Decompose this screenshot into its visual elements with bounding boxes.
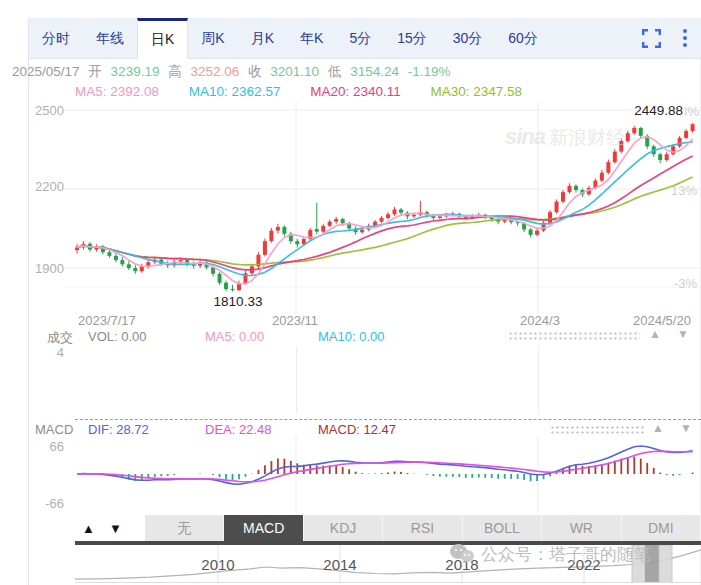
indicator-selector-bar: ▲ ▼ 无 MACD KDJ RSI BOLL WR DMI [75,515,701,541]
tab-5min[interactable]: 5分 [336,18,384,58]
xtick-2024-5-20: 2024/5/20 [626,313,698,328]
stock-chart-widget: 分时 年线 日K 周K 月K 年K 5分 15分 30分 60分 2025/05… [0,0,701,585]
high-label: 高 [168,64,182,79]
price-ytick-2500: 2500 [18,103,64,118]
tab-monthly-k[interactable]: 月K [238,18,287,58]
volume-gridline-1 [296,347,297,413]
indicator-tab-boll[interactable]: BOLL [463,515,542,541]
zoom-out-icon[interactable]: ▼ [677,327,689,341]
indicator-tab-kdj[interactable]: KDJ [304,515,383,541]
tab-weekly-k[interactable]: 周K [188,18,237,58]
wechat-watermark: 公众号：塔子哥的随笔 [450,543,651,566]
wechat-watermark-text: 公众号：塔子哥的随笔 [481,543,651,566]
price-ytick-2200: 2200 [18,179,64,194]
pct-tick-neg3: -3% [674,276,697,291]
indicator-tabs: 无 MACD KDJ RSI BOLL WR DMI [145,515,701,541]
xtick-2023-7-17: 2023/7/17 [78,313,136,328]
ma5-value: MA5: 2392.08 [75,84,159,99]
sina-logo: sina [505,124,545,149]
tabbar-spacer [551,18,634,58]
sina-watermark: sina新浪财经 [505,124,625,151]
tab-year-line[interactable]: 年线 [83,18,137,58]
macd-title: MACD [35,422,73,437]
period-tab-bar: 分时 年线 日K 周K 月K 年K 5分 15分 30分 60分 [28,18,701,59]
close-label: 收 [248,64,262,79]
wechat-icon [450,544,476,566]
ma30-value: MA30: 2347.58 [431,84,523,99]
low-label: 低 [328,64,342,79]
macd-dif-value: DIF: 28.72 [88,422,149,437]
change-percent: -1.19% [408,64,451,79]
close-value: 3201.10 [270,64,319,79]
price-ytick-1900: 1900 [18,261,64,276]
indicator-tab-dmi[interactable]: DMI [622,515,701,541]
macd-chart-canvas [28,436,701,514]
xtick-2024-3: 2024/3 [513,313,567,328]
tab-60min[interactable]: 60分 [495,18,551,58]
zoom-in-icon[interactable]: ▲ [649,327,661,341]
open-label: 开 [88,64,102,79]
max-price-annotation: 2449.88 [632,103,685,118]
indicator-up-icon[interactable]: ▲ [75,515,102,541]
tab-30min[interactable]: 30分 [440,18,496,58]
volume-ma5: MA5: 0.00 [205,329,264,344]
macd-pane-divider [75,419,701,420]
navigator-year-2014: 2014 [310,556,370,573]
tab-yearly-k[interactable]: 年K [287,18,336,58]
ma20-value: MA20: 2340.11 [310,84,401,99]
low-value: 3154.24 [350,64,399,79]
high-value: 3252.06 [190,64,239,79]
tab-daily-k[interactable]: 日K [137,18,188,59]
macd-expand-icon[interactable]: ▼ [680,421,692,435]
indicator-tab-wr[interactable]: WR [542,515,621,541]
macd-dea-value: DEA: 22.48 [205,422,272,437]
volume-ma10: MA10: 0.00 [318,329,385,344]
min-price-annotation: 1810.33 [205,294,271,309]
volume-ytick: 4 [18,345,64,360]
kebab-menu-icon[interactable] [668,18,701,58]
tab-15min[interactable]: 15分 [384,18,440,58]
macd-collapse-icon[interactable]: ▲ [652,421,664,435]
volume-value: VOL: 0.00 [88,329,147,344]
fullscreen-icon[interactable] [634,18,668,58]
xtick-2023-11: 2023/11 [265,313,325,328]
date-value: 2025/05/17 [12,64,80,79]
ohlc-info-row: 2025/05/17 开 3239.19 高 3252.06 收 3201.10… [12,63,456,81]
macd-dotted-strip [550,425,645,434]
macd-macd-value: MACD: 12.47 [318,422,396,437]
indicator-tab-macd[interactable]: MACD [224,515,303,541]
indicator-tab-rsi[interactable]: RSI [383,515,462,541]
open-value: 3239.19 [111,64,160,79]
volume-gridline-2 [538,347,539,413]
zoom-dotted-strip [508,331,640,340]
indicator-down-icon[interactable]: ▼ [102,515,129,541]
navigator-year-2010: 2010 [188,556,248,573]
tab-time-sharing[interactable]: 分时 [29,18,83,58]
ma10-value: MA10: 2362.57 [189,84,281,99]
indicator-tab-none[interactable]: 无 [145,515,224,541]
pct-tick-13: 13% [671,183,697,198]
ma-info-row: MA5: 2392.08 MA10: 2362.57 MA20: 2340.11… [75,84,548,99]
